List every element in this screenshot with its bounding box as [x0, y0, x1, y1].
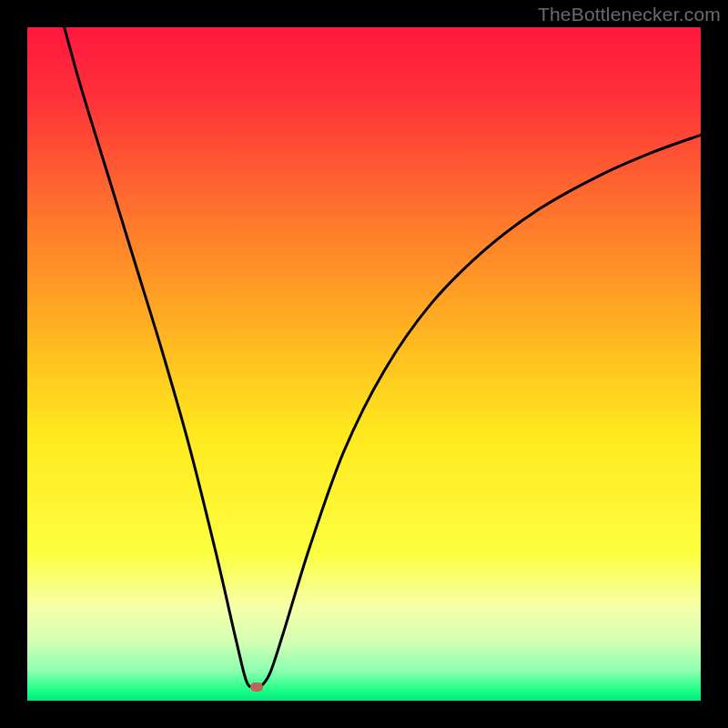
- curve-layer: [27, 27, 701, 701]
- chart-frame: TheBottlenecker.com: [0, 0, 728, 728]
- optimal-marker: [250, 682, 263, 692]
- plot-area: [27, 27, 701, 701]
- watermark-text: TheBottlenecker.com: [538, 4, 721, 25]
- bottleneck-curve: [65, 27, 701, 689]
